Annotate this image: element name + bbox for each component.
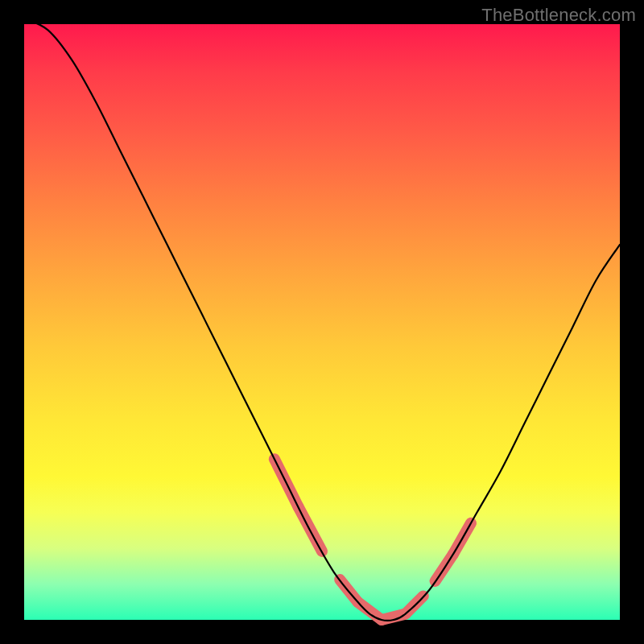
chart-svg xyxy=(24,24,620,620)
bottleneck-curve xyxy=(24,19,620,621)
highlight-layer xyxy=(275,459,471,620)
watermark-text: TheBottleneck.com xyxy=(481,5,636,26)
chart-frame: TheBottleneck.com xyxy=(0,0,644,644)
